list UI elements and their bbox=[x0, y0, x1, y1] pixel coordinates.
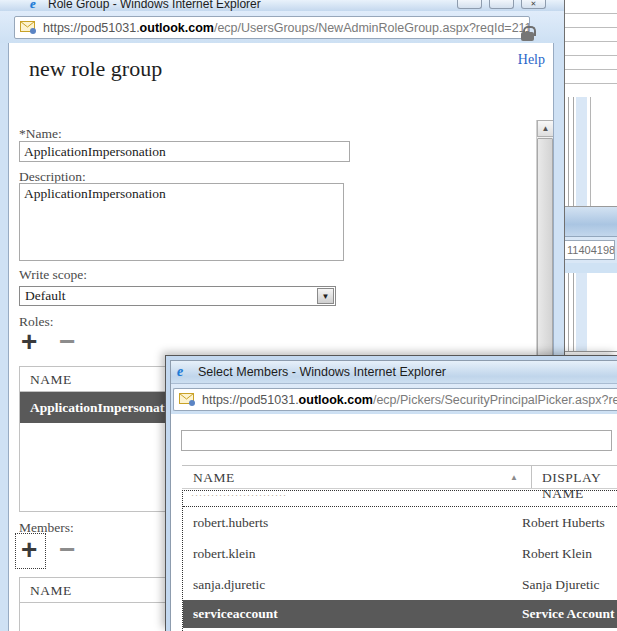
list-item[interactable]: robert.huberts Robert Huberts bbox=[183, 507, 617, 538]
window-title: Role Group - Windows Internet Explorer bbox=[48, 0, 261, 11]
url-text: https://pod51031.outlook.com/ecp/UsersGr… bbox=[43, 21, 529, 35]
background-list-rows bbox=[565, 0, 617, 97]
minimize-button[interactable] bbox=[457, 0, 482, 9]
background-url-fragment: 11404198 bbox=[565, 240, 615, 260]
select-members-content: NAME ▲ DISPLAY NAME ····················… bbox=[171, 414, 617, 631]
name-label: *Name: bbox=[19, 126, 62, 142]
clipped-row[interactable]: ························ bbox=[183, 491, 617, 507]
maximize-button[interactable] bbox=[489, 0, 514, 9]
select-members-addressbar: https://pod51031.outlook.com/ecp/Pickers… bbox=[171, 384, 617, 414]
lock-icon bbox=[521, 26, 534, 41]
background-panel bbox=[565, 97, 617, 207]
add-role-button[interactable]: + bbox=[21, 329, 37, 355]
write-scope-select[interactable]: Default ▼ bbox=[19, 286, 336, 306]
role-group-addressbar: https://pod51031.outlook.com/ecp/UsersGr… bbox=[0, 11, 564, 43]
ie-icon: e bbox=[177, 364, 183, 380]
list-item[interactable]: sanja.djuretic Sanja Djuretic bbox=[183, 569, 617, 600]
members-picker-table-header: NAME ▲ DISPLAY NAME bbox=[182, 465, 617, 489]
background-panel-lower bbox=[565, 273, 617, 352]
write-scope-value: Default bbox=[25, 288, 65, 303]
close-button[interactable]: ✕ bbox=[521, 0, 546, 9]
remove-member-button[interactable]: − bbox=[59, 537, 75, 563]
background-dialog-strip bbox=[565, 263, 617, 273]
list-item[interactable]: robert.klein Robert Klein bbox=[183, 538, 617, 569]
window-title: Select Members - Windows Internet Explor… bbox=[198, 365, 446, 379]
select-members-client: e Select Members - Windows Internet Expl… bbox=[170, 360, 617, 631]
column-header-name[interactable]: NAME bbox=[193, 470, 235, 486]
page-title: new role group bbox=[29, 56, 162, 82]
address-input[interactable]: https://pod51031.outlook.com/ecp/UsersGr… bbox=[14, 16, 530, 39]
select-members-window: e Select Members - Windows Internet Expl… bbox=[165, 355, 617, 631]
page-mail-icon bbox=[20, 21, 37, 34]
ie-icon: e bbox=[30, 0, 36, 11]
write-scope-label: Write scope: bbox=[19, 267, 87, 283]
list-item-selected[interactable]: serviceaccount Service Account bbox=[183, 600, 617, 628]
page-mail-icon bbox=[179, 393, 196, 406]
scroll-up-icon[interactable]: ▲ bbox=[537, 120, 554, 137]
background-dialog-urlbar: 11404198 bbox=[565, 237, 617, 263]
members-picker-rows: ························ robert.huberts … bbox=[182, 490, 617, 631]
description-input[interactable]: ApplicationImpersonation bbox=[19, 183, 344, 261]
address-input[interactable]: https://pod51031.outlook.com/ecp/Pickers… bbox=[173, 388, 617, 411]
search-input[interactable] bbox=[181, 430, 612, 451]
background-dialog-titlebar bbox=[565, 207, 617, 237]
sort-ascending-icon[interactable]: ▲ bbox=[510, 473, 518, 482]
remove-role-button[interactable]: − bbox=[59, 329, 75, 355]
name-input[interactable] bbox=[19, 141, 350, 162]
dropdown-arrow-icon[interactable]: ▼ bbox=[317, 288, 334, 304]
select-members-titlebar[interactable]: e Select Members - Windows Internet Expl… bbox=[171, 361, 617, 384]
url-text: https://pod51031.outlook.com/ecp/Pickers… bbox=[202, 393, 617, 407]
add-member-button[interactable]: + bbox=[21, 537, 37, 563]
help-link[interactable]: Help bbox=[518, 52, 545, 68]
column-divider[interactable] bbox=[531, 466, 532, 488]
